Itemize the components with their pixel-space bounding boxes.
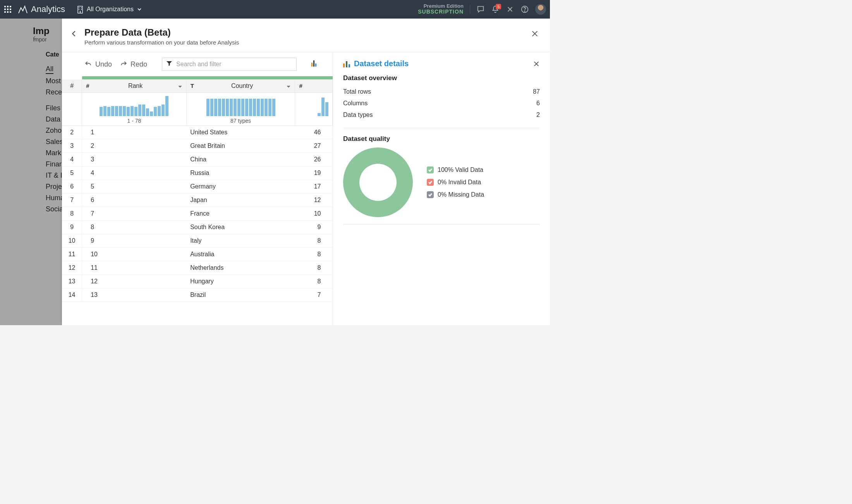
- table-row[interactable]: 1211Netherlands8: [62, 261, 333, 275]
- edition-label[interactable]: Premium Edition SUBSCRIPTION: [418, 3, 464, 15]
- brand[interactable]: Analytics: [18, 4, 65, 14]
- svg-rect-1: [79, 7, 79, 8]
- search-filter[interactable]: [162, 58, 297, 71]
- overview-row: Total rows87: [343, 86, 540, 98]
- cell-country: Australia: [186, 248, 295, 261]
- details-close-button[interactable]: [533, 60, 540, 67]
- overview-row: Data types2: [343, 109, 540, 121]
- bell-icon[interactable]: 5: [491, 5, 500, 14]
- cell-country: Italy: [186, 234, 295, 248]
- svg-rect-5: [80, 11, 81, 13]
- row-index: 14: [62, 288, 82, 302]
- svg-rect-3: [79, 9, 79, 10]
- cell-rank: 3: [82, 153, 187, 166]
- column-header-country[interactable]: T Country: [186, 79, 295, 93]
- legend-item: 0% Missing Data: [427, 191, 484, 198]
- table-row[interactable]: 43China26: [62, 153, 333, 166]
- search-input[interactable]: [176, 61, 292, 68]
- column-menu-icon[interactable]: [178, 84, 182, 88]
- chevron-down-icon: [137, 7, 142, 12]
- overview-label: Data types: [343, 111, 373, 118]
- cell-country: Russia: [186, 166, 295, 180]
- overview-label: Columns: [343, 100, 368, 107]
- data-grid-area: Undo Redo: [62, 52, 333, 325]
- divider: [470, 5, 470, 14]
- cell-rank: 10: [82, 248, 187, 261]
- undo-button[interactable]: Undo: [84, 60, 112, 69]
- cell-value: 8: [295, 248, 333, 261]
- top-navbar: Analytics All Organizations Premium Edit…: [0, 0, 550, 19]
- row-index: 13: [62, 275, 82, 288]
- cell-value: 7: [295, 288, 333, 302]
- column-header-rank[interactable]: # Rank: [82, 79, 187, 93]
- cell-value: 9: [295, 221, 333, 234]
- legend-label: 0% Missing Data: [438, 191, 484, 198]
- filter-icon: [166, 60, 172, 68]
- cell-rank: 12: [82, 275, 187, 288]
- table-row[interactable]: 65Germany17: [62, 180, 333, 194]
- overview-section: Dataset overview Total rows87Columns6Dat…: [343, 74, 540, 121]
- svg-rect-2: [81, 7, 82, 8]
- table-row[interactable]: 109Italy8: [62, 234, 333, 248]
- hash-type-icon: #: [86, 82, 89, 89]
- chat-icon[interactable]: [476, 5, 485, 14]
- overview-value: 6: [536, 100, 540, 107]
- avatar[interactable]: [535, 4, 546, 15]
- undo-label: Undo: [95, 60, 112, 69]
- country-distribution-chart[interactable]: [191, 95, 291, 116]
- table-row[interactable]: 76Japan12: [62, 194, 333, 207]
- apps-grid-icon[interactable]: [4, 5, 12, 13]
- building-icon: [77, 5, 84, 14]
- cell-value: 27: [295, 139, 333, 153]
- redo-button[interactable]: Redo: [120, 60, 147, 69]
- cell-country: South Korea: [186, 221, 295, 234]
- table-row[interactable]: 21United States46: [62, 126, 333, 139]
- hash-type-icon: #: [299, 82, 302, 89]
- check-icon: [427, 166, 434, 173]
- row-index: 3: [62, 139, 82, 153]
- country-dist-label: 87 types: [191, 118, 291, 124]
- stats-toggle-icon[interactable]: [311, 60, 317, 68]
- edition-line2: SUBSCRIPTION: [418, 9, 464, 15]
- cell-value: 12: [295, 194, 333, 207]
- panel-close-button[interactable]: [531, 29, 539, 38]
- table-row[interactable]: 1312Hungary8: [62, 275, 333, 288]
- data-table-scroll[interactable]: # # Rank T Country: [62, 76, 333, 325]
- quality-bar-row: [62, 76, 333, 79]
- rank-distribution-chart[interactable]: [86, 95, 182, 116]
- table-row[interactable]: 1110Australia8: [62, 248, 333, 261]
- table-row[interactable]: 32Great Britain27: [62, 139, 333, 153]
- help-icon[interactable]: [520, 5, 529, 14]
- quality-legend: 100% Valid Data0% Invalid Data0% Missing…: [427, 166, 484, 198]
- row-index: 8: [62, 207, 82, 221]
- quality-donut-chart: [343, 147, 413, 217]
- org-picker[interactable]: All Organizations: [77, 5, 142, 14]
- rank-dist-label: 1 - 78: [86, 118, 182, 124]
- column-header-value[interactable]: #: [295, 79, 333, 93]
- column-header-row: # # Rank T Country: [62, 79, 333, 93]
- cell-value: 19: [295, 166, 333, 180]
- table-row[interactable]: 1413Brazil7: [62, 288, 333, 302]
- table-row[interactable]: 54Russia19: [62, 166, 333, 180]
- cell-country: Japan: [186, 194, 295, 207]
- value-distribution-chart[interactable]: [299, 95, 328, 116]
- overview-row: Columns6: [343, 98, 540, 109]
- cell-value: 46: [295, 126, 333, 139]
- cell-country: Germany: [186, 180, 295, 194]
- redo-label: Redo: [131, 60, 147, 69]
- toolbar: Undo Redo: [62, 52, 333, 76]
- tools-icon[interactable]: [506, 5, 514, 14]
- cell-rank: 9: [82, 234, 187, 248]
- row-index: 6: [62, 180, 82, 194]
- cell-country: France: [186, 207, 295, 221]
- cell-rank: 6: [82, 194, 187, 207]
- rank-col-label: Rank: [128, 82, 143, 89]
- quality-section: Dataset quality 100% Valid Data0% Invali…: [343, 135, 540, 217]
- cell-country: Great Britain: [186, 139, 295, 153]
- panel-back-button[interactable]: [70, 29, 78, 38]
- cell-rank: 8: [82, 221, 187, 234]
- table-row[interactable]: 98South Korea9: [62, 221, 333, 234]
- column-menu-icon[interactable]: [286, 84, 291, 88]
- table-row[interactable]: 87France10: [62, 207, 333, 221]
- divider: [343, 224, 540, 225]
